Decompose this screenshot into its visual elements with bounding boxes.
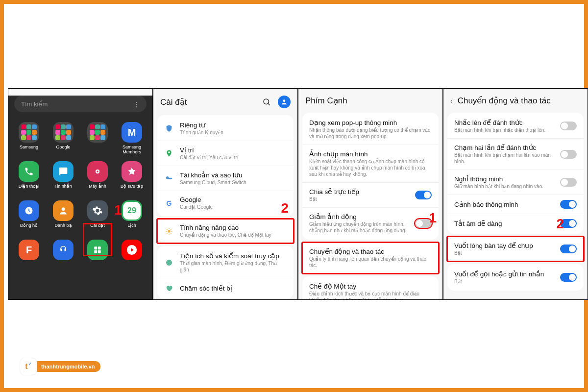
calc-icon: [87, 240, 108, 260]
app-danh-bạ[interactable]: Danh bạ: [47, 197, 80, 236]
back-icon[interactable]: ‹: [450, 97, 453, 105]
toggle-switch[interactable]: [560, 200, 577, 209]
watermark-text: thanhtrungmobile.vn: [32, 361, 100, 372]
setting-row-v-tr-[interactable]: Vị tríCài đặt vị trí, Yêu cầu vị trí: [157, 141, 294, 166]
app-bộ-sưu-tập[interactable]: Bộ sưu tập: [115, 158, 148, 196]
row-title: Chăm sóc thiết bị: [180, 284, 287, 292]
setting-row-c-nh-b-o-th-ng-minh[interactable]: Cảnh báo thông minh: [447, 195, 584, 214]
app-samsung[interactable]: Samsung: [12, 119, 46, 157]
toggle-switch[interactable]: [560, 122, 577, 130]
row-subtitle: Bật: [454, 278, 554, 285]
row-title: Dạng xem pop-up thông minh: [309, 119, 432, 126]
row-subtitle: Samsung Cloud, Smart Switch: [180, 179, 287, 186]
setting-row-d-ng-xem-pop-up-th-ng-minh[interactable]: Dạng xem pop-up thông minhNhận thông báo…: [302, 114, 439, 145]
setting-row--nh-ch-p-m-n-h-nh[interactable]: Ảnh chụp màn hìnhKiểm soát việc thanh cô…: [302, 145, 439, 182]
row-subtitle: Thời gian màn hình, Đếm giờ ứng dụng, Th…: [180, 260, 287, 273]
app-label: Đồng hồ: [20, 223, 38, 233]
settings-title: Cài đặt: [160, 97, 255, 107]
svg-line-13: [268, 103, 270, 105]
toggle-switch[interactable]: [415, 191, 432, 199]
app-điện-thoại[interactable]: Điện thoại: [12, 158, 46, 196]
toggle-switch[interactable]: [560, 150, 577, 159]
svg-rect-7: [94, 246, 97, 249]
folder-icon: [19, 122, 39, 143]
account-avatar[interactable]: [278, 96, 291, 108]
row-subtitle: Cài đặt Google: [180, 204, 287, 210]
setting-row-ch-m-t-tay[interactable]: Chế độ Một tayĐiều chỉnh kích thước và b…: [302, 277, 439, 300]
row-subtitle: Nhận thông báo dưới dạng biểu tượng có t…: [309, 127, 432, 140]
row-title: Chạm hai lần để đánh thức: [454, 144, 554, 151]
edge-key-title: Phím Cạnh: [305, 96, 436, 106]
step-badge-2: 2: [281, 200, 289, 216]
star-icon: [164, 226, 174, 236]
pin-icon: [164, 148, 174, 158]
row-title: Vị trí: [180, 146, 287, 154]
cam-icon: [87, 161, 108, 182]
row-title: Chế độ Một tay: [309, 282, 432, 290]
app-máy-ảnh[interactable]: Máy ảnh: [81, 158, 114, 196]
person-icon: [53, 200, 74, 221]
row-title: Riêng tư: [180, 121, 287, 129]
app-item-15[interactable]: [115, 237, 148, 275]
app-cài-đặt[interactable]: Cài đặt: [81, 197, 114, 236]
search-placeholder: Tìm kiếm: [21, 100, 48, 108]
app-tin-nhắn[interactable]: Tin nhắn: [47, 158, 80, 196]
panel-motion-gestures: ‹ Chuyển động và thao tác Nhấc lên để đá…: [443, 88, 588, 300]
app-item-2[interactable]: [81, 119, 114, 157]
svg-rect-10: [98, 250, 101, 253]
setting-row-chuy-n-ng-v-thao-t-c[interactable]: Chuyển động và thao tácQuản lý tính năng…: [302, 243, 439, 273]
more-icon[interactable]: ⋮: [133, 100, 140, 108]
setting-row-ngh-th-ng-minh[interactable]: Nghỉ thông minhGiữ màn hình bật khi bạn …: [447, 170, 584, 195]
app-label: Samsung: [20, 145, 38, 154]
row-subtitle: Bật: [309, 196, 409, 202]
setting-row-ch-m-hai-l-n-nh-th-c[interactable]: Chạm hai lần để đánh thứcBật màn hình kh…: [447, 138, 584, 170]
M-icon: M: [122, 122, 142, 143]
app-item-12[interactable]: F: [12, 237, 46, 275]
setting-row-gi-m-nh-ng[interactable]: Giảm ảnh độngGiảm hiệu ứng chuyển động t…: [302, 207, 439, 239]
svg-rect-9: [94, 250, 97, 253]
app-đồng-hồ[interactable]: Đồng hồ: [12, 197, 46, 236]
toggle-switch[interactable]: [560, 178, 577, 187]
setting-row-vu-t-l-ng-b-n-tay-ch-p[interactable]: Vuốt lòng bàn tay để chụpBật: [447, 237, 584, 261]
29-icon: 29: [122, 200, 142, 221]
gallery-icon: [122, 161, 142, 182]
row-subtitle: Điều chỉnh kích thước và bố cục màn hình…: [309, 291, 432, 300]
setting-row-ti-n-ch-s-v-ki-m-so-t-truy-c-p[interactable]: Tiện ích số và kiểm soát truy cậpThời gi…: [157, 247, 294, 278]
F-icon: F: [19, 240, 39, 260]
head-icon: [53, 240, 74, 260]
row-subtitle: Giữ màn hình bật khi bạn đang nhìn vào.: [454, 183, 554, 190]
toggle-switch[interactable]: [560, 273, 577, 282]
setting-row-t-nh-n-ng-n-ng-cao[interactable]: Tính năng nâng caoChuyển động và thao tá…: [157, 219, 294, 243]
svg-point-15: [168, 230, 170, 232]
row-title: Tiện ích số và kiểm soát truy cập: [180, 252, 287, 260]
app-google[interactable]: Google: [47, 119, 80, 157]
row-title: Tắt âm dễ dàng: [454, 220, 554, 227]
setting-row-t-i-kho-n-v-sao-l-u[interactable]: Tài khoản và sao lưuSamsung Cloud, Smart…: [157, 166, 294, 191]
app-label: Bộ sưu tập: [121, 184, 143, 194]
app-item-14[interactable]: [81, 237, 114, 275]
setting-row-chia-s-tr-c-ti-p[interactable]: Chia sẻ trực tiếpBật: [302, 182, 439, 207]
row-title: Giảm ảnh động: [309, 213, 409, 220]
panel-advanced-features: Phím Cạnh Dạng xem pop-up thông minhNhận…: [298, 88, 443, 300]
watermark-logo-icon: t⟋: [20, 358, 37, 375]
row-title: Nghỉ thông minh: [454, 175, 554, 183]
setting-row-google[interactable]: GGoogleCài đặt Google: [157, 191, 294, 215]
row-title: Vuốt lòng bàn tay để chụp: [454, 242, 554, 249]
app-samsung-members[interactable]: MSamsung Members: [115, 119, 148, 157]
search-icon[interactable]: [260, 96, 273, 108]
search-bar[interactable]: Tìm kiếm ⋮: [14, 96, 147, 112]
motion-title: Chuyển động và thao tác: [458, 96, 581, 106]
svg-point-0: [61, 170, 62, 171]
toggle-switch[interactable]: [560, 245, 577, 253]
app-label: Danh bạ: [54, 223, 72, 233]
setting-row-ri-ng-t-[interactable]: Riêng tưTrình quản lý quyền: [157, 116, 294, 141]
setting-row-vu-t-g-i-ho-c-g-i-tin-nh-n[interactable]: Vuốt để gọi hoặc gửi tin nhắnBật: [447, 265, 584, 290]
row-title: Cảnh báo thông minh: [454, 200, 554, 208]
app-label: Điện thoại: [19, 184, 40, 194]
setting-row-nh-c-l-n-nh-th-c[interactable]: Nhấc lên để đánh thứcBật màn hình khi bạ…: [447, 114, 584, 138]
gear-icon: [87, 200, 108, 221]
wellbeing-icon: [164, 258, 174, 268]
svg-point-6: [62, 207, 65, 211]
app-item-13[interactable]: [47, 237, 80, 275]
setting-row-ch-m-s-c-thi-t-b-[interactable]: Chăm sóc thiết bị: [157, 278, 294, 298]
